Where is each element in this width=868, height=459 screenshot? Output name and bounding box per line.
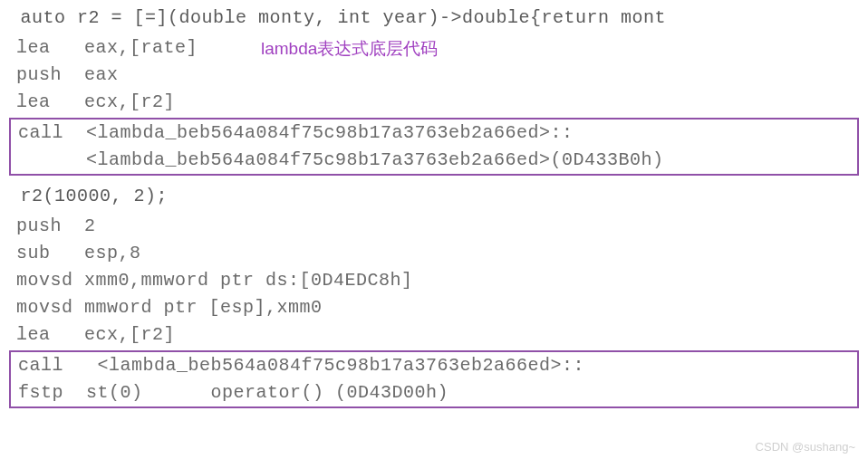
asm-line-lea-ecx-1: lea ecx,[r2] — [9, 89, 859, 116]
asm-line-push-eax: push eax — [9, 62, 859, 89]
box1-call-line-2: <lambda_beb564a084f75c98b17a3763eb2a66ed… — [14, 147, 854, 174]
box2-fstp-line: fstp st(0) operator() (0D43D00h) — [14, 379, 854, 406]
highlight-box-2: call <lambda_beb564a084f75c98b17a3763eb2… — [9, 350, 859, 408]
asm-line-movsd-mmword: movsd mmword ptr [esp],xmm0 — [9, 294, 859, 321]
asm-line-push-2: push 2 — [9, 213, 859, 240]
highlight-box-1: call <lambda_beb564a084f75c98b17a3763eb2… — [9, 118, 859, 176]
asm-line-lea-ecx-2: lea ecx,[r2] — [9, 321, 859, 349]
cpp-source-line-1: auto r2 = [=](double monty, int year)->d… — [9, 5, 859, 32]
watermark-text: CSDN @sushang~ — [756, 438, 855, 456]
box1-call-line-1: call <lambda_beb564a084f75c98b17a3763eb2… — [14, 120, 854, 147]
asm-line-movsd-xmm0: movsd xmm0,mmword ptr ds:[0D4EDC8h] — [9, 267, 859, 294]
asm-line-sub-esp: sub esp,8 — [9, 240, 859, 267]
cpp-source-line-2: r2(10000, 2); — [9, 183, 859, 210]
box2-call-line: call <lambda_beb564a084f75c98b17a3763eb2… — [14, 352, 854, 379]
annotation-label: lambda表达式底层代码 — [261, 36, 438, 62]
